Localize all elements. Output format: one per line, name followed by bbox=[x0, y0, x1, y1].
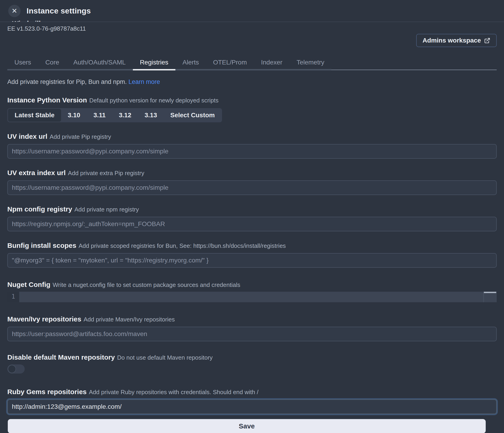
page-title: Instance settings bbox=[27, 6, 91, 15]
bunfig-install-scopes-heading: Bunfig install scopesAdd private scoped … bbox=[7, 241, 497, 250]
python-option-latest-stable[interactable]: Latest Stable bbox=[8, 109, 61, 122]
tab-core[interactable]: Core bbox=[38, 56, 66, 71]
uv-extra-index-url-input[interactable] bbox=[7, 180, 497, 195]
editor-minimap bbox=[483, 292, 497, 302]
clipped-scrolled-heading: Windmill bbox=[12, 20, 63, 22]
editor-minimap-slider[interactable] bbox=[484, 292, 496, 293]
tab-otel-prom[interactable]: OTEL/Prom bbox=[206, 56, 254, 71]
admins-workspace-button[interactable]: Admins workspace bbox=[416, 34, 497, 47]
disable-default-maven-heading: Disable default Maven repositoryDo not u… bbox=[7, 353, 497, 362]
python-version-heading: Instance Python VersionDefault python ve… bbox=[7, 96, 497, 105]
ruby-gems-repositories-input[interactable] bbox=[7, 399, 497, 414]
python-version-description: Default python version for newly deploye… bbox=[89, 97, 218, 104]
tab-users[interactable]: Users bbox=[7, 56, 38, 71]
disable-default-maven-toggle[interactable] bbox=[7, 364, 25, 374]
tab-telemetry[interactable]: Telemetry bbox=[289, 56, 331, 71]
admins-workspace-label: Admins workspace bbox=[423, 37, 481, 44]
editor-line-number: 1 bbox=[7, 292, 19, 302]
close-icon[interactable]: ✕ bbox=[8, 5, 21, 17]
nuget-config-heading: Nuget ConfigWrite a nuget.config file to… bbox=[7, 281, 497, 289]
npm-config-registry-input[interactable] bbox=[7, 217, 497, 231]
version-label: EE v1.523.0-76-g98787a8c11 bbox=[7, 25, 497, 32]
npm-config-registry-heading: Npm config registryAdd private npm regis… bbox=[7, 205, 497, 213]
tab-alerts[interactable]: Alerts bbox=[175, 56, 206, 71]
learn-more-link[interactable]: Learn more bbox=[128, 79, 160, 85]
uv-extra-index-url-heading: UV extra index urlAdd private extra Pip … bbox=[7, 169, 497, 177]
uv-index-url-input[interactable] bbox=[7, 144, 497, 159]
python-option-3-13[interactable]: 3.13 bbox=[138, 109, 164, 122]
toggle-knob bbox=[8, 365, 16, 373]
save-button[interactable]: Save bbox=[8, 419, 486, 433]
tab-auth-oauth-saml[interactable]: Auth/OAuth/SAML bbox=[66, 56, 133, 71]
nuget-config-editor[interactable]: 1 bbox=[7, 292, 497, 302]
python-version-selector: Latest Stable 3.10 3.11 3.12 3.13 Select… bbox=[7, 108, 222, 122]
python-option-3-10[interactable]: 3.10 bbox=[61, 109, 87, 122]
settings-tab-bar: Users Core Auth/OAuth/SAML Registries Al… bbox=[7, 56, 497, 71]
python-option-select-custom[interactable]: Select Custom bbox=[164, 109, 222, 122]
bunfig-install-scopes-input[interactable] bbox=[7, 253, 497, 268]
uv-index-url-heading: UV index urlAdd private Pip registry bbox=[7, 132, 497, 141]
modal-header: ✕ Instance settings Windmill bbox=[0, 0, 504, 22]
ruby-gems-repositories-heading: Ruby Gems repositoriesAdd private Ruby r… bbox=[7, 388, 497, 396]
maven-ivy-repositories-heading: Maven/Ivy repositoriesAdd private Maven/… bbox=[7, 315, 497, 324]
tab-registries[interactable]: Registries bbox=[133, 56, 175, 71]
python-option-3-12[interactable]: 3.12 bbox=[112, 109, 138, 122]
tab-indexer[interactable]: Indexer bbox=[254, 56, 289, 71]
registries-intro-text: Add private registries for Pip, Bun and … bbox=[7, 78, 497, 86]
editor-content-area[interactable] bbox=[19, 292, 497, 302]
external-link-icon bbox=[484, 37, 490, 44]
maven-ivy-repositories-input[interactable] bbox=[7, 327, 497, 341]
python-option-3-11[interactable]: 3.11 bbox=[87, 109, 112, 122]
